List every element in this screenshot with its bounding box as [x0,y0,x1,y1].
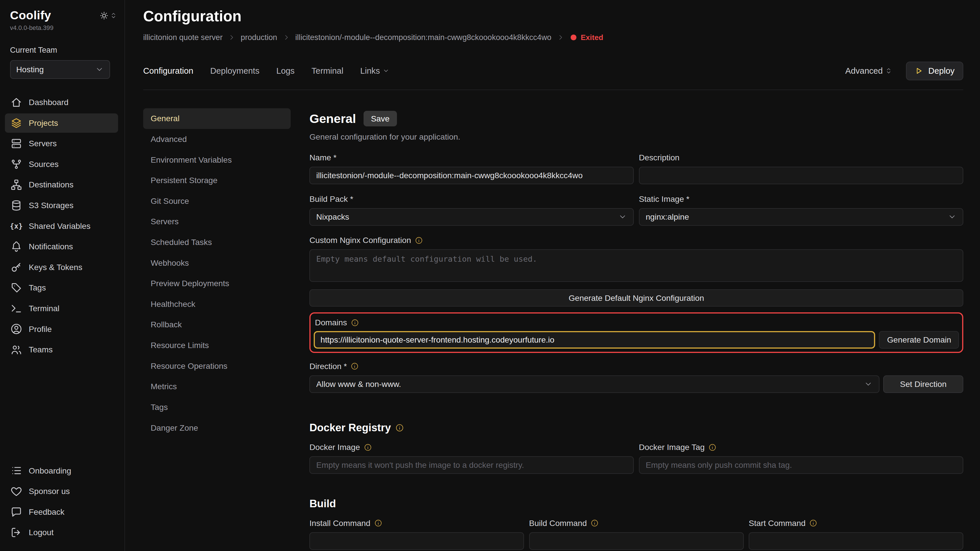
variable-icon: {x} [10,220,22,232]
main-area: Configuration illicitonion quote server … [125,0,980,551]
sidebar-item-dashboard[interactable]: Dashboard [5,93,118,112]
sidebar-item-s3-storages[interactable]: S3 Storages [5,196,118,215]
subnav-item-resource-limits[interactable]: Resource Limits [143,335,291,356]
subnav-item-general[interactable]: General [143,108,291,129]
domains-label: Domains [314,317,959,327]
git-icon [10,158,22,170]
advanced-toggle[interactable]: Advanced [845,66,892,76]
tab-logs[interactable]: Logs [276,66,295,76]
play-icon [915,67,923,75]
general-form: General Save General configuration for y… [309,108,963,551]
tag-icon [10,281,22,294]
sidebar-item-feedback[interactable]: Feedback [5,502,118,522]
static-image-label: Static Image * [639,194,963,204]
subnav-item-advanced[interactable]: Advanced [143,129,291,150]
build-command-input[interactable] [529,532,744,550]
app-logo[interactable]: Coolify [10,9,51,22]
sidebar-item-onboarding[interactable]: Onboarding [5,461,118,481]
current-team-label: Current Team [10,46,117,55]
subnav-item-resource-operations[interactable]: Resource Operations [143,356,291,376]
sidebar-item-keys-tokens[interactable]: Keys & Tokens [5,258,118,277]
subnav-item-webhooks[interactable]: Webhooks [143,252,291,273]
section-title-build: Build [309,498,963,510]
info-icon[interactable] [708,443,716,451]
direction-label: Direction * [309,362,963,371]
tab-terminal[interactable]: Terminal [312,66,344,76]
sidebar-item-projects[interactable]: Projects [5,113,118,133]
docker-image-tag-input[interactable] [639,456,963,474]
info-icon[interactable] [395,424,404,432]
start-command-input[interactable] [749,532,963,550]
sidebar-item-servers[interactable]: Servers [5,134,118,153]
sidebar-item-teams[interactable]: Teams [5,340,118,359]
sidebar-nav: Dashboard Projects Servers Sources Desti… [5,93,118,359]
info-icon[interactable] [351,319,359,327]
subnav-item-scheduled-tasks[interactable]: Scheduled Tasks [143,232,291,253]
start-command-label: Start Command [749,518,963,528]
custom-nginx-textarea[interactable] [309,249,963,282]
sidebar-item-destinations[interactable]: Destinations [5,175,118,194]
users-icon [10,343,22,356]
sidebar-item-logout[interactable]: Logout [5,523,118,542]
info-icon[interactable] [374,519,382,527]
build-pack-select[interactable]: Nixpacks [309,208,634,226]
team-select[interactable]: Hosting [10,60,110,79]
breadcrumb: illicitonion quote server production ill… [143,33,963,42]
subnav-item-git-source[interactable]: Git Source [143,191,291,211]
sidebar-item-sponsor[interactable]: Sponsor us [5,482,118,501]
sidebar-item-tags[interactable]: Tags [5,278,118,297]
generate-domain-button[interactable]: Generate Domain [879,331,959,349]
breadcrumb-project[interactable]: illicitonion quote server [143,33,223,42]
info-icon[interactable] [364,443,372,451]
sidebar-item-notifications[interactable]: Notifications [5,237,118,256]
description-input[interactable] [639,167,963,184]
chevron-right-icon [228,34,235,41]
team-select-value: Hosting [16,65,44,74]
tabs: Configuration Deployments Logs Terminal … [143,66,389,76]
docker-image-input[interactable] [309,456,634,474]
settings-subnav: General Advanced Environment Variables P… [143,108,291,551]
sidebar-item-terminal[interactable]: Terminal [5,299,118,318]
sidebar-footer-nav: Onboarding Sponsor us Feedback Logout [5,461,118,542]
status-dot-icon [571,35,576,40]
tab-configuration[interactable]: Configuration [143,66,193,76]
subnav-item-healthcheck[interactable]: Healthcheck [143,294,291,314]
subnav-item-persistent-storage[interactable]: Persistent Storage [143,170,291,191]
subnav-item-preview-deployments[interactable]: Preview Deployments [143,273,291,294]
chevron-updown-icon [885,67,892,74]
direction-select[interactable]: Allow www & non-www. [309,375,880,393]
theme-toggle[interactable] [99,11,117,21]
install-command-input[interactable] [309,532,524,550]
breadcrumb-environment[interactable]: production [241,33,277,42]
tabbar: Configuration Deployments Logs Terminal … [143,62,963,91]
chevron-down-icon [383,67,390,74]
static-image-select[interactable]: nginx:alpine [639,208,963,226]
info-icon[interactable] [809,519,817,527]
breadcrumb-application[interactable]: illicitestonion/-module--decomposition:m… [295,33,551,42]
name-input[interactable] [309,167,634,184]
sidebar-item-sources[interactable]: Sources [5,155,118,174]
subnav-item-rollback[interactable]: Rollback [143,314,291,335]
tab-deployments[interactable]: Deployments [210,66,259,76]
database-icon [10,199,22,211]
sidebar-item-shared-variables[interactable]: {x} Shared Variables [5,216,118,236]
info-icon[interactable] [415,237,423,245]
domains-input[interactable] [314,331,875,349]
subnav-item-tags[interactable]: Tags [143,397,291,418]
subnav-item-metrics[interactable]: Metrics [143,376,291,397]
save-button[interactable]: Save [364,111,397,127]
deploy-button[interactable]: Deploy [906,62,963,80]
bell-icon [10,240,22,253]
set-direction-button[interactable]: Set Direction [883,375,963,393]
section-subtitle: General configuration for your applicati… [309,132,963,141]
subnav-item-danger-zone[interactable]: Danger Zone [143,418,291,438]
app-version: v4.0.0-beta.399 [10,24,117,32]
docker-image-label: Docker Image [309,443,634,452]
info-icon[interactable] [590,519,598,527]
info-icon[interactable] [351,362,359,370]
subnav-item-servers[interactable]: Servers [143,211,291,232]
subnav-item-environment-variables[interactable]: Environment Variables [143,149,291,170]
sidebar-item-profile[interactable]: Profile [5,319,118,338]
tab-links[interactable]: Links [360,66,389,76]
generate-nginx-button[interactable]: Generate Default Nginx Configuration [309,289,963,307]
